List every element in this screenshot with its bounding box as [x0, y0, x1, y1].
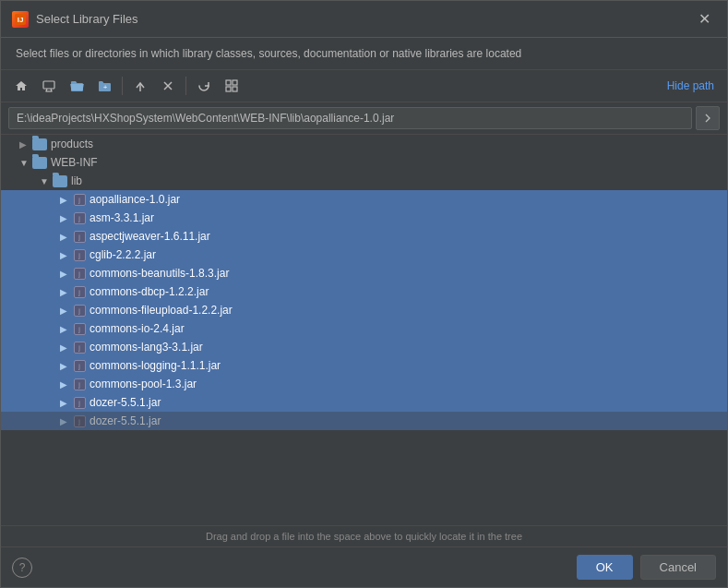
jar-icon: j: [73, 396, 86, 409]
item-label: commons-logging-1.1.1.jar: [90, 359, 221, 372]
file-tree-scroll[interactable]: ▶ products ▼ WEB-INF ▼ lib ▶ j aopallian…: [1, 135, 727, 525]
app-icon: IJ: [12, 11, 29, 28]
path-input[interactable]: [8, 107, 692, 129]
folder-open-button[interactable]: [64, 74, 90, 98]
expand-arrow[interactable]: ▶: [60, 213, 73, 223]
folder-icon: [53, 175, 67, 187]
folder-icon: [32, 138, 47, 150]
expand-arrow[interactable]: ▶: [60, 287, 73, 297]
svg-text:IJ: IJ: [18, 16, 24, 24]
list-item[interactable]: ▶ j commons-fileupload-1.2.2.jar: [1, 301, 727, 319]
list-item[interactable]: ▶ j commons-dbcp-1.2.2.jar: [1, 282, 727, 301]
path-bar: [1, 102, 727, 135]
list-item[interactable]: ▶ j aopalliance-1.0.jar: [1, 190, 727, 209]
toggle-view-button[interactable]: [219, 74, 245, 98]
expand-arrow-products[interactable]: ▶: [19, 139, 32, 150]
jar-icon: j: [73, 414, 86, 427]
toolbar-separator-2: [185, 77, 186, 95]
jar-icon: j: [73, 230, 86, 243]
jar-icon: j: [73, 359, 86, 372]
item-label: commons-lang3-3.1.jar: [90, 341, 203, 354]
item-label: commons-pool-1.3.jar: [90, 378, 197, 390]
home-button[interactable]: [8, 74, 34, 98]
select-library-files-dialog: IJ Select Library Files ✕ Select files o…: [0, 0, 728, 588]
expand-arrow[interactable]: ▶: [60, 232, 73, 242]
jar-icon: j: [73, 378, 86, 390]
up-button[interactable]: [127, 74, 153, 98]
list-item[interactable]: ▶ j commons-logging-1.1.1.jar: [1, 356, 727, 375]
svg-text:+: +: [102, 83, 107, 91]
item-label: aspectjweaver-1.6.11.jar: [90, 230, 210, 243]
svg-rect-11: [233, 80, 237, 85]
list-item[interactable]: ▼ lib: [1, 172, 727, 190]
file-tree-container: ▶ products ▼ WEB-INF ▼ lib ▶ j aopallian…: [1, 135, 727, 525]
list-item[interactable]: ▶ products: [1, 135, 727, 153]
ok-button[interactable]: OK: [577, 555, 633, 580]
item-label: WEB-INF: [51, 156, 98, 169]
dialog-description: Select files or directories in which lib…: [1, 38, 727, 70]
jar-icon: j: [73, 193, 86, 206]
list-item[interactable]: ▶ j dozer-5.5.1.jar: [1, 393, 727, 412]
refresh-button[interactable]: [191, 74, 217, 98]
expand-arrow[interactable]: ▶: [60, 269, 73, 279]
expand-arrow[interactable]: ▶: [60, 416, 73, 426]
status-bar: Drag and drop a file into the space abov…: [1, 525, 727, 546]
item-label: asm-3.3.1.jar: [90, 211, 154, 224]
expand-arrow[interactable]: ▶: [60, 250, 73, 260]
expand-arrow[interactable]: ▶: [60, 398, 73, 408]
toolbar-separator-1: [122, 77, 123, 95]
item-label: commons-beanutils-1.8.3.jar: [90, 267, 229, 280]
jar-icon: j: [73, 322, 86, 335]
item-label: dozer-5.5.1.jar: [90, 414, 161, 427]
toolbar: +: [1, 70, 727, 102]
expand-arrow[interactable]: ▶: [60, 361, 73, 371]
list-item[interactable]: ▶ j asm-3.3.1.jar: [1, 209, 727, 227]
list-item[interactable]: ▼ WEB-INF: [1, 153, 727, 172]
item-label: commons-dbcp-1.2.2.jar: [90, 285, 209, 298]
svg-rect-2: [43, 81, 54, 89]
dialog-title: Select Library Files: [36, 12, 686, 26]
expand-arrow[interactable]: ▶: [60, 324, 73, 334]
list-item[interactable]: ▶ j commons-beanutils-1.8.3.jar: [1, 264, 727, 282]
item-label: cglib-2.2.2.jar: [90, 248, 156, 261]
title-bar: IJ Select Library Files ✕: [1, 1, 727, 38]
close-button[interactable]: ✕: [693, 8, 716, 30]
new-folder-button[interactable]: +: [91, 74, 117, 98]
expand-arrow[interactable]: ▶: [60, 195, 73, 205]
jar-icon: j: [73, 341, 86, 354]
item-label: commons-io-2.4.jar: [90, 322, 185, 335]
jar-icon: j: [73, 285, 86, 298]
jar-icon: j: [73, 248, 86, 261]
list-item[interactable]: ▶ j commons-lang3-3.1.jar: [1, 338, 727, 356]
list-item[interactable]: ▶ j commons-io-2.4.jar: [1, 319, 727, 338]
expand-arrow-webinf[interactable]: ▼: [19, 158, 32, 168]
item-label: lib: [71, 174, 82, 187]
item-label: products: [51, 138, 93, 150]
desktop-button[interactable]: [36, 74, 62, 98]
list-item[interactable]: ▶ j aspectjweaver-1.6.11.jar: [1, 227, 727, 246]
svg-rect-13: [233, 87, 237, 91]
jar-icon: j: [73, 267, 86, 280]
button-bar: ? OK Cancel: [1, 546, 727, 587]
item-label: dozer-5.5.1.jar: [90, 396, 161, 409]
jar-icon: j: [73, 304, 86, 317]
cancel-button[interactable]: Cancel: [640, 555, 716, 580]
item-label: aopalliance-1.0.jar: [90, 193, 180, 206]
path-browse-button[interactable]: [696, 106, 720, 130]
expand-arrow-lib[interactable]: ▼: [40, 176, 53, 186]
help-button[interactable]: ?: [12, 558, 32, 578]
item-label: commons-fileupload-1.2.2.jar: [90, 304, 233, 317]
expand-arrow[interactable]: ▶: [60, 379, 73, 390]
list-item[interactable]: ▶ j dozer-5.5.1.jar: [1, 412, 727, 430]
delete-button[interactable]: [155, 74, 181, 98]
hide-path-button[interactable]: Hide path: [662, 78, 720, 94]
svg-rect-10: [226, 80, 231, 85]
folder-icon: [32, 157, 47, 169]
expand-arrow[interactable]: ▶: [60, 342, 73, 353]
svg-rect-12: [226, 87, 231, 91]
list-item[interactable]: ▶ j commons-pool-1.3.jar: [1, 375, 727, 393]
jar-icon: j: [73, 211, 86, 224]
list-item[interactable]: ▶ j cglib-2.2.2.jar: [1, 246, 727, 264]
expand-arrow[interactable]: ▶: [60, 306, 73, 316]
